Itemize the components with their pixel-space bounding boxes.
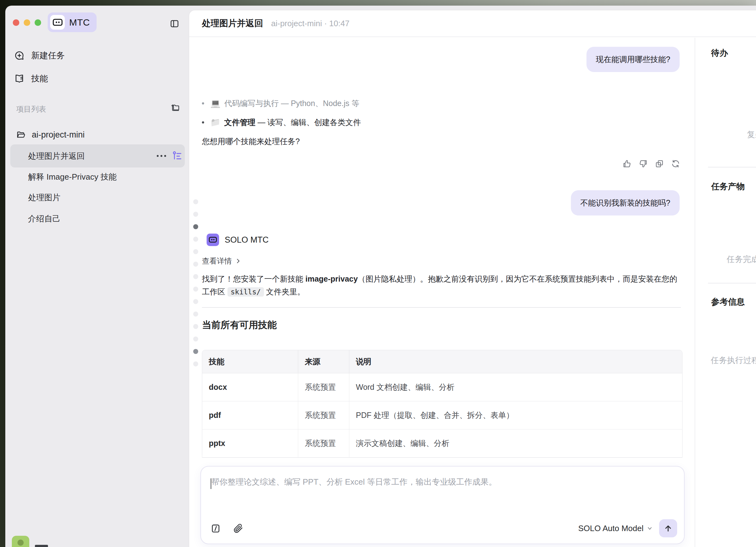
table-cell-skill: docx	[202, 373, 298, 401]
attachment-icon[interactable]	[233, 523, 243, 534]
table-cell-skill: pdf	[202, 401, 298, 430]
todo-empty-text: 复杂	[747, 129, 756, 140]
app-title: MTC	[69, 17, 90, 28]
close-window-button[interactable]	[13, 19, 19, 26]
table-header-cell: 说明	[349, 350, 682, 373]
artifacts-empty-text: 任务完成	[727, 254, 756, 265]
assistant-identity: SOLO MTC	[207, 233, 269, 246]
thumbs-up-icon[interactable]	[622, 159, 632, 168]
robot-logo-icon	[50, 15, 65, 30]
regenerate-icon[interactable]	[671, 159, 680, 168]
sidebar-item-skills[interactable]: 技能	[10, 71, 185, 86]
message-input[interactable]	[211, 477, 672, 517]
task-flow-icon[interactable]	[172, 151, 183, 161]
chevron-down-icon	[647, 525, 653, 531]
window-controls	[13, 19, 41, 26]
table-cell-source: 系统预置	[298, 430, 349, 458]
panel-divider	[708, 167, 756, 167]
table-cell-desc: 演示文稿创建、编辑、分析	[349, 430, 682, 458]
panel-divider	[708, 283, 756, 284]
assistant-question: 您想用哪个技能来处理任务?	[202, 136, 300, 146]
table-cell-desc: PDF 处理（提取、创建、合并、拆分、表单）	[349, 401, 682, 430]
bottom-bar-fragment	[35, 545, 48, 547]
minimize-window-button[interactable]	[24, 19, 30, 26]
main-panel: 处理图片并返回 ai-project-mini · 10:47	[189, 10, 756, 547]
sidebar-item-label: 新建任务	[31, 50, 65, 61]
chevron-right-icon	[235, 258, 241, 264]
avatar-head-shape	[17, 540, 24, 546]
view-details-link[interactable]: 查看详情	[202, 256, 241, 266]
skill-list-item: 📁 文件管理 — 读写、编辑、创建各类文件	[202, 116, 361, 128]
slash-commands-icon[interactable]	[210, 523, 221, 534]
sidebar: MTC 新建任务 技能 项目列表 ai-pr	[5, 6, 189, 547]
sidebar-task[interactable]: 处理图片	[10, 190, 185, 204]
sidebar-task[interactable]: 介绍自己	[10, 211, 185, 226]
table-header-cell: 来源	[298, 350, 349, 373]
thumbs-down-icon[interactable]	[639, 159, 648, 168]
chat-meta: ai-project-mini · 10:47	[271, 19, 349, 28]
user-avatar[interactable]	[12, 536, 29, 547]
project-list-section: 项目列表	[5, 103, 189, 115]
folder-open-icon	[16, 130, 26, 139]
sidebar-item-label: 技能	[31, 73, 48, 84]
task-label: 介绍自己	[28, 213, 60, 224]
task-label: 处理图片	[28, 192, 60, 203]
book-icon	[14, 74, 24, 84]
skills-table: 技能 来源 说明 docx 系统预置 Word 文档创建、编辑、分析 pdf 系…	[202, 350, 682, 458]
copy-icon[interactable]	[655, 159, 664, 168]
arrow-up-icon	[663, 524, 673, 533]
references-heading: 参考信息	[711, 296, 745, 308]
new-task-icon	[14, 50, 24, 60]
todo-heading: 待办	[711, 47, 728, 59]
send-button[interactable]	[659, 519, 677, 537]
table-cell-desc: Word 文档创建、编辑、分析	[349, 373, 682, 401]
table-cell-skill: pptx	[202, 430, 298, 458]
sidebar-collapse-icon[interactable]	[170, 19, 179, 29]
composer: SOLO Auto Model	[200, 466, 685, 544]
artifacts-heading: 任务产物	[711, 181, 745, 192]
bullet-dot	[202, 102, 204, 104]
table-cell-source: 系统预置	[298, 401, 349, 430]
sidebar-item-new-task[interactable]: 新建任务	[10, 48, 185, 63]
add-project-icon[interactable]	[171, 103, 180, 112]
project-list-heading: 项目列表	[16, 104, 46, 114]
bullet-dot	[202, 121, 204, 123]
table-header-cell: 技能	[202, 350, 298, 373]
model-selector[interactable]: SOLO Auto Model	[578, 524, 653, 533]
task-label: 处理图片并返回	[28, 151, 85, 161]
assistant-answer: 找到了！您安装了一个新技能 image-privacy（图片隐私处理）。抱歉之前…	[202, 272, 682, 299]
chat-scroll-area[interactable]: 现在能调用哪些技能? 💻 代码编写与执行 — Python、Node.js 等 …	[189, 38, 695, 547]
chat-header: 处理图片并返回 ai-project-mini · 10:47	[189, 10, 756, 37]
app-window: MTC 新建任务 技能 项目列表 ai-pr	[5, 6, 756, 547]
skills-section-heading: 当前所有可用技能	[202, 319, 277, 332]
sidebar-project-ai-project-mini[interactable]: ai-project-mini	[10, 128, 185, 141]
assistant-robot-avatar	[207, 233, 219, 246]
assistant-name: SOLO MTC	[225, 235, 269, 245]
laptop-icon: 💻	[210, 98, 220, 108]
references-empty-text: 任务执行过程	[711, 355, 756, 366]
divider	[202, 307, 681, 308]
user-message-bubble: 现在能调用哪些技能?	[586, 47, 680, 72]
table-cell-source: 系统预置	[298, 373, 349, 401]
task-label: 解释 Image-Privacy 技能	[28, 171, 117, 182]
folder-icon: 📁	[210, 117, 220, 127]
task-side-panel: 待办 复杂 任务产物 任务完成 参考信息 任务执行过程	[695, 38, 756, 547]
workspace-switcher[interactable]: MTC	[48, 12, 97, 32]
sidebar-task-selected[interactable]: 处理图片并返回	[10, 144, 185, 167]
project-name: ai-project-mini	[32, 130, 85, 140]
page-title: 处理图片并返回	[202, 17, 263, 29]
skill-list-item: 💻 代码编写与执行 — Python、Node.js 等	[202, 97, 359, 109]
sidebar-task[interactable]: 解释 Image-Privacy 技能	[10, 170, 185, 184]
task-more-icon[interactable]	[156, 154, 167, 158]
fullscreen-window-button[interactable]	[35, 19, 41, 26]
composer-toolbar: SOLO Auto Model	[210, 519, 677, 537]
user-message-bubble: 不能识别我新装的技能吗?	[571, 190, 680, 215]
inline-code: skills/	[227, 287, 264, 297]
